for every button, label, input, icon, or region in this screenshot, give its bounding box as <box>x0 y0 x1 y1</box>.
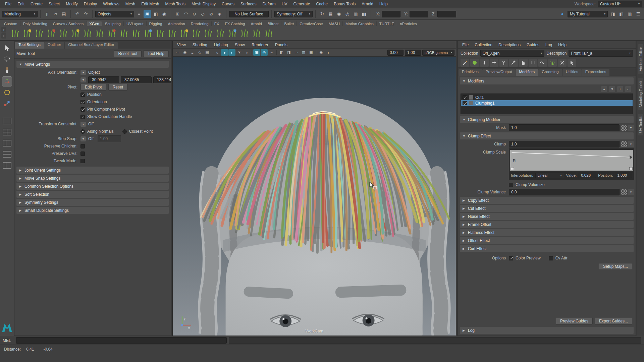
shelf-tab-mash[interactable]: MASH <box>326 21 343 26</box>
clump-options-icon[interactable]: ▾ <box>628 141 634 147</box>
mask-options-icon[interactable]: ▾ <box>628 125 634 131</box>
edit-pivot-button[interactable]: Edit Pivot <box>80 84 106 90</box>
section-frame-offset[interactable]: ▶Frame Offset <box>460 221 634 228</box>
xgen-tab-preview-output[interactable]: Preview/Output <box>482 69 516 76</box>
panel-tab-tool-settings[interactable]: Tool Settings <box>15 42 44 49</box>
modifier-enabled-checkbox[interactable] <box>463 95 467 100</box>
smooth-guides-icon[interactable] <box>538 59 547 67</box>
textured-mode-icon[interactable]: ◐ <box>228 49 235 56</box>
menu-file[interactable]: File <box>2 2 14 6</box>
xgen-sculpt-brush-icon[interactable] <box>154 27 166 39</box>
clump-variance-options-icon[interactable]: ▾ <box>628 189 634 195</box>
menu-modify[interactable]: Modify <box>63 2 80 6</box>
two-pane-stacked-layout-icon[interactable] <box>2 149 12 159</box>
outliner-persp-layout-icon[interactable] <box>2 161 12 170</box>
xgen-add-guide-icon[interactable] <box>70 27 81 39</box>
snap-to-projected-center-icon[interactable]: ◇ <box>199 10 207 18</box>
along-normals-radio[interactable] <box>80 129 85 134</box>
xgen-menu-descriptions[interactable]: Descriptions <box>495 43 524 47</box>
x-coordinate-input[interactable] <box>382 11 400 17</box>
move-modifier-up-icon[interactable]: ▲ <box>601 86 607 92</box>
place-guides-icon[interactable] <box>480 59 489 67</box>
shadows-icon[interactable]: ◑ <box>243 49 250 56</box>
mask-input[interactable]: 1.0 <box>509 124 620 131</box>
current-camera-icon[interactable]: ● <box>558 10 566 18</box>
mask-map-icon[interactable] <box>621 125 627 131</box>
section-clumping-modifier[interactable]: ▼ Clumping Modifier <box>460 116 634 123</box>
xgen-comb-brush-icon[interactable] <box>94 27 105 39</box>
camera-bookmark-selector[interactable]: My Tutorial▾ <box>568 11 608 17</box>
xgen-create-collection-icon[interactable] <box>21 27 33 39</box>
dock-tab-modeling-toolkit[interactable]: Modeling Toolkit <box>638 78 643 110</box>
section-joint-orient-settings[interactable]: ▶Joint Orient Settings <box>16 167 169 174</box>
shelf-tab-rigging[interactable]: Rigging <box>147 21 165 26</box>
preview-guides-button[interactable]: Preview Guides <box>556 318 593 324</box>
shelf-tab-custom[interactable]: Custom <box>1 21 20 26</box>
four-pane-layout-icon[interactable] <box>2 127 12 137</box>
pin-component-pivot-checkbox[interactable] <box>80 107 85 112</box>
shelf-tab-nparticles[interactable]: nParticles <box>397 21 420 26</box>
section-noise-effect[interactable]: ▶Noise Effect <box>460 213 634 220</box>
section-move-snap-settings[interactable]: ▶Move Snap Settings <box>16 175 169 182</box>
axis-orientation-dropdown-icon[interactable]: ▼ <box>80 70 86 75</box>
film-gate-icon[interactable]: ▦ <box>308 49 315 56</box>
camera-lock-icon[interactable]: ◉ <box>181 49 189 56</box>
shelf-tab-uvlayout[interactable]: UVLayout <box>124 21 147 26</box>
menu-surfaces[interactable]: Surfaces <box>237 2 259 6</box>
position-checkbox[interactable] <box>80 93 85 97</box>
shelf-tab-fx-caching[interactable]: FX Caching <box>222 21 248 26</box>
preview-grass-icon[interactable] <box>548 59 557 67</box>
move-tool-icon[interactable] <box>2 77 12 86</box>
section-move-settings[interactable]: ▼ Move Settings <box>16 61 169 68</box>
select-by-component-icon[interactable]: ◧ <box>152 10 160 18</box>
attach-guides-icon[interactable] <box>509 59 518 67</box>
bookmarks-icon[interactable]: ◇ <box>196 49 203 56</box>
two-pane-side-layout-icon[interactable] <box>2 138 12 148</box>
menu-mesh[interactable]: Mesh <box>122 2 138 6</box>
command-language-toggle[interactable]: MEL <box>3 338 14 343</box>
wireframe-mode-icon[interactable]: ○ <box>214 49 221 56</box>
menu-cache[interactable]: Cache <box>313 2 331 6</box>
menu-edit-mesh[interactable]: Edit Mesh <box>138 2 162 6</box>
export-guides-button[interactable]: Export Guides... <box>595 318 632 324</box>
ramp-position-input[interactable]: 1.000 <box>615 173 632 178</box>
axis-orientation-value[interactable]: Object <box>88 70 100 75</box>
ipr-render-icon[interactable]: ◎ <box>343 10 351 18</box>
xgen-igs-mirror-icon[interactable] <box>251 27 262 39</box>
shelf-tab-xgen[interactable]: XGen <box>87 21 102 26</box>
workspace-panes-icon[interactable]: ☰ <box>634 10 642 18</box>
viewport-menu-view[interactable]: View <box>174 43 189 47</box>
ramp-value-input[interactable]: 0.026 <box>579 173 596 178</box>
edit-guides-icon[interactable] <box>461 59 469 67</box>
menu-mesh-display[interactable]: Mesh Display <box>189 2 219 6</box>
menu-uv[interactable]: UV <box>279 2 290 6</box>
section-copy-effect[interactable]: ▶Copy Effect <box>460 197 634 204</box>
selection-mask-selector[interactable]: Objects▾ <box>95 11 134 17</box>
shelf-tab-rendering[interactable]: Rendering <box>188 21 212 26</box>
gamma-input[interactable]: 1.00 <box>405 50 421 56</box>
section-symmetry-settings[interactable]: ▶Symmetry Settings <box>16 199 169 206</box>
clump-volumize-checkbox[interactable] <box>509 183 513 187</box>
select-tool-icon[interactable] <box>2 44 12 53</box>
transform-constraint-dropdown-icon[interactable]: ▼ <box>80 122 86 127</box>
section-smart-duplicate-settings[interactable]: ▶Smart Duplicate Settings <box>16 207 169 214</box>
snap-to-curve-icon[interactable]: ◠ <box>182 10 190 18</box>
xgen-clump-modifier-icon[interactable] <box>118 27 129 39</box>
clump-map-icon[interactable] <box>621 141 627 147</box>
axis-y-input[interactable]: -37.0085 <box>121 76 152 83</box>
lock-guides-icon[interactable] <box>519 59 528 67</box>
move-modifier-down-icon[interactable]: ▼ <box>609 86 615 92</box>
rotate-tool-icon[interactable] <box>2 88 12 97</box>
xgen-menu-guides[interactable]: Guides <box>524 43 542 47</box>
render-settings-icon[interactable]: ▥ <box>352 10 360 18</box>
xray-icon[interactable]: ◨ <box>285 49 292 56</box>
xgen-igs-select-icon[interactable] <box>263 27 274 39</box>
new-scene-icon[interactable]: ▯ <box>43 10 51 18</box>
shelf-tab-curves-surfaces[interactable]: Curves / Surfaces <box>50 21 87 26</box>
color-preview-checkbox[interactable] <box>509 256 513 260</box>
open-scene-icon[interactable]: ▱ <box>52 10 59 18</box>
lasso-tool-icon[interactable] <box>2 55 12 64</box>
sidebar-toggle-icon[interactable]: ◨ <box>609 10 617 18</box>
menu-windows[interactable]: Windows <box>100 2 122 6</box>
menu-set-selector[interactable]: Modeling▾ <box>2 11 38 17</box>
